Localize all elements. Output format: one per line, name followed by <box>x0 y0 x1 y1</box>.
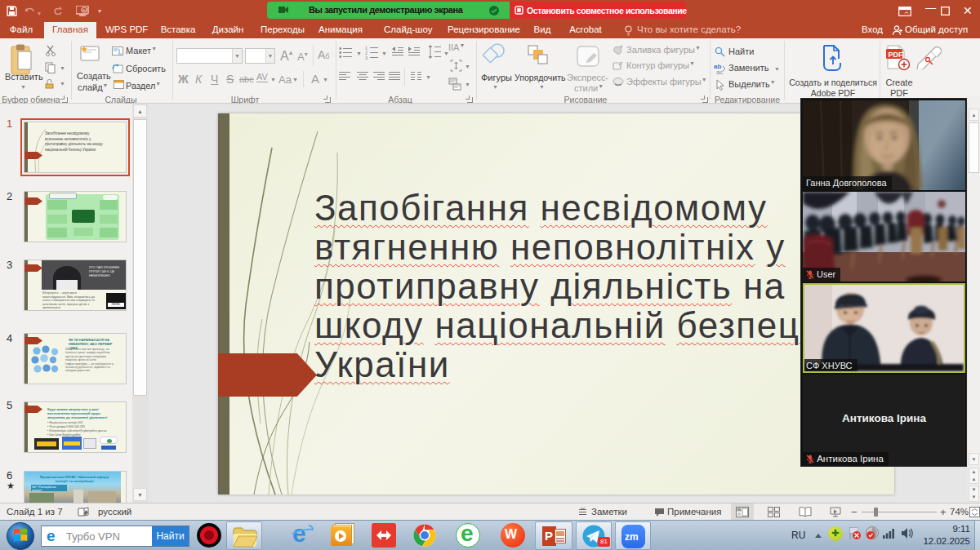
svg-text:ac: ac <box>716 69 723 74</box>
svg-text:PDF: PDF <box>889 51 904 59</box>
svg-text:3: 3 <box>365 55 368 60</box>
